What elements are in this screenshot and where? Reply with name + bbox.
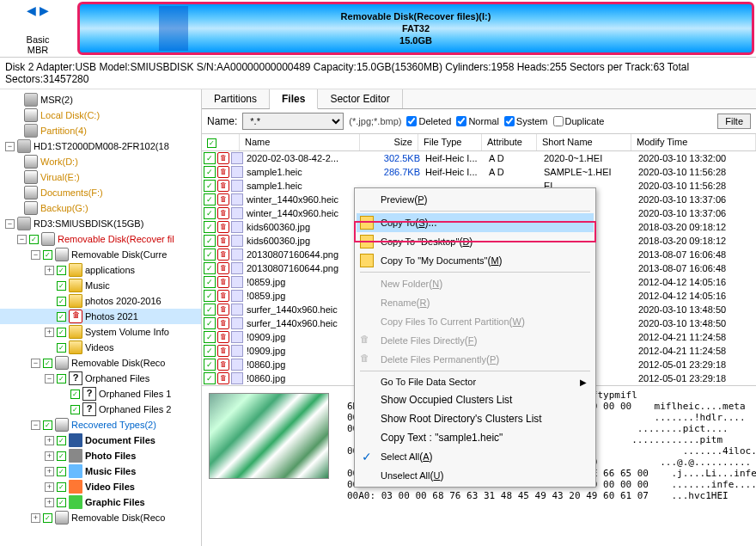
tree-photos-2021[interactable]: Photos 2021 <box>85 311 138 322</box>
checkbox-icon[interactable]: ✓ <box>29 235 39 244</box>
col-short-name[interactable]: Short Name <box>537 134 631 150</box>
tree-recovered-types[interactable]: Recovered Types(2) <box>71 420 156 430</box>
menu-root-clusters[interactable]: Show Root Directory's Clusters List <box>357 409 594 428</box>
trash-icon: 🗑 <box>217 304 229 316</box>
tree-photos-2020-2016[interactable]: photos 2020-2016 <box>85 296 162 306</box>
row-checkbox[interactable]: ✓ <box>204 235 216 247</box>
table-row[interactable]: ✓🗑2020-02-03-08-42-2...302.5KBHeif-Heic … <box>202 151 756 165</box>
tab-files[interactable]: Files <box>270 89 318 109</box>
file-attr: A D <box>489 167 544 177</box>
system-checkbox[interactable] <box>504 116 515 126</box>
row-checkbox[interactable]: ✓ <box>204 207 216 219</box>
file-mod: 2020-03-10 11:56:28 <box>638 181 756 191</box>
tree-work-d[interactable]: Work(D:) <box>40 156 78 167</box>
row-checkbox[interactable]: ✓ <box>204 304 216 316</box>
tree-hd1[interactable]: HD1:ST2000DM008-2FR102(18 <box>34 141 169 151</box>
tree-document-files[interactable]: Document Files <box>85 435 155 445</box>
tree-orphaned-1[interactable]: Orphaned Files 1 <box>99 389 171 399</box>
table-row[interactable]: ✓🗑sample1.heic286.7KBHeif-Heic I...A DSA… <box>202 165 756 179</box>
file-name: 20130807160644.png <box>247 249 367 260</box>
tree-video-files[interactable]: Video Files <box>85 482 135 492</box>
tab-sector-editor[interactable]: Sector Editor <box>318 89 402 108</box>
row-checkbox[interactable]: ✓ <box>204 345 216 357</box>
tree-partition4[interactable]: Partition(4) <box>40 126 87 136</box>
name-filter-select[interactable]: *.* <box>242 113 344 130</box>
trash-icon: 🗑 <box>217 221 229 233</box>
row-checkbox[interactable]: ✓ <box>204 166 216 178</box>
menu-copy-to[interactable]: Copy To(S)... <box>357 213 594 232</box>
row-checkbox[interactable]: ✓ <box>204 262 216 274</box>
row-checkbox[interactable]: ✓ <box>204 180 216 192</box>
tree-orphaned-2[interactable]: Orphaned Files 2 <box>99 404 171 414</box>
col-attribute[interactable]: Attribute <box>482 134 537 150</box>
file-name: kids600360.jpg <box>247 222 367 232</box>
tree-removable-reco3[interactable]: Removable Disk(Reco <box>71 512 165 523</box>
trash-icon: 🗑 <box>69 310 82 323</box>
menu-unselect-all[interactable]: Unselect All(U) <box>357 466 594 485</box>
file-icon <box>231 235 243 247</box>
menu-copy-text[interactable]: Copy Text : "sample1.heic" <box>357 428 594 447</box>
tree-system-volume[interactable]: System Volume Info <box>85 327 169 337</box>
tree-removable-reco2[interactable]: Removable Disk(Reco <box>71 358 165 368</box>
tree-backup-g[interactable]: Backup(G:) <box>40 203 88 213</box>
tree-docs-f[interactable]: Documents(F:) <box>40 187 103 198</box>
file-icon <box>231 290 243 302</box>
row-checkbox[interactable]: ✓ <box>204 152 216 164</box>
expand-icon[interactable]: − <box>5 219 15 229</box>
row-checkbox[interactable]: ✓ <box>204 359 216 371</box>
row-checkbox[interactable]: ✓ <box>204 331 216 343</box>
row-checkbox[interactable]: ✓ <box>204 221 216 233</box>
menu-preview[interactable]: Preview(P) <box>357 190 594 209</box>
tree-local-c[interactable]: Local Disk(C:) <box>40 110 100 120</box>
file-name: winter_1440x960.heic <box>247 194 367 205</box>
row-checkbox[interactable]: ✓ <box>204 372 216 384</box>
tree-videos[interactable]: Videos <box>85 342 113 353</box>
tree-removable-current[interactable]: Removable Disk(Curre <box>71 249 167 260</box>
trash-icon: 🗑 <box>360 334 374 347</box>
normal-checkbox[interactable] <box>456 116 466 126</box>
file-icon <box>231 262 243 274</box>
menu-occupied-clusters[interactable]: Show Occupied Clusters List <box>357 390 594 409</box>
tree-music-files[interactable]: Music Files <box>85 466 136 476</box>
row-checkbox[interactable]: ✓ <box>204 276 216 288</box>
tree-orphaned[interactable]: Orphaned Files <box>85 373 149 383</box>
file-name: !0909.jpg <box>247 332 367 342</box>
expand-icon[interactable]: − <box>5 142 15 151</box>
filter-button[interactable]: Filte <box>717 113 751 129</box>
tree-photo-files[interactable]: Photo Files <box>85 451 136 461</box>
tree-msr[interactable]: MSR(2) <box>40 95 73 105</box>
tree-applications[interactable]: applications <box>85 265 135 275</box>
col-size[interactable]: Size <box>360 134 418 150</box>
tree-music[interactable]: Music <box>85 280 110 291</box>
tree-virual-e[interactable]: Virual(E:) <box>40 172 80 182</box>
file-mod: 2020-03-10 13:37:06 <box>638 208 756 218</box>
menu-goto-file-sector[interactable]: Go To File Data Sector▶ <box>357 373 594 390</box>
deleted-checkbox[interactable] <box>406 116 417 126</box>
col-name[interactable]: Name <box>240 134 360 150</box>
row-checkbox[interactable]: ✓ <box>204 317 216 329</box>
tree-rd3[interactable]: RD3:SMIUSBDISK(15GB) <box>34 218 143 229</box>
tree-panel[interactable]: MSR(2) Local Disk(C:) Partition(4) −HD1:… <box>0 89 202 546</box>
file-attr: A D <box>489 153 544 163</box>
col-type[interactable]: File Type <box>418 134 482 150</box>
menu-copy-desktop[interactable]: Copy To "Desktop"(D) <box>357 232 594 251</box>
menu-select-all[interactable]: ✓Select All(A) <box>357 447 594 466</box>
row-checkbox[interactable]: ✓ <box>204 290 216 302</box>
file-name: !0860.jpg <box>247 373 367 383</box>
file-mod: 2013-08-07 16:06:48 <box>638 249 756 260</box>
file-icon <box>231 152 243 164</box>
row-checkbox[interactable]: ✓ <box>204 193 216 206</box>
nav-arrows[interactable]: ◀ ▶ <box>0 3 76 17</box>
menu-copy-mydocs[interactable]: Copy To "My Documents"(M) <box>357 251 594 270</box>
tree-graphic-files[interactable]: Graphic Files <box>85 497 145 507</box>
question-icon: ? <box>69 371 82 385</box>
disk-banner[interactable]: Removable Disk(Recover files)(I:) FAT32 … <box>77 2 754 55</box>
tree-removable-recover[interactable]: Removable Disk(Recover fil <box>58 234 174 244</box>
tab-partitions[interactable]: Partitions <box>202 89 270 108</box>
duplicate-checkbox[interactable] <box>553 116 564 126</box>
row-checkbox[interactable]: ✓ <box>204 248 216 261</box>
file-name: !0909.jpg <box>247 346 367 356</box>
file-mod: 2018-03-20 09:18:12 <box>638 222 756 232</box>
file-icon <box>231 207 243 219</box>
col-modify-time[interactable]: Modify Time <box>631 134 756 150</box>
